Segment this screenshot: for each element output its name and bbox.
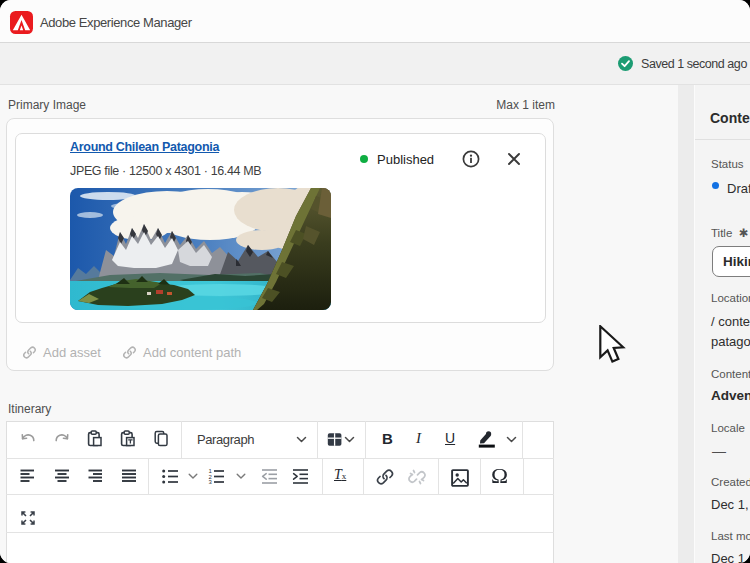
svg-text:3: 3 (208, 479, 212, 484)
